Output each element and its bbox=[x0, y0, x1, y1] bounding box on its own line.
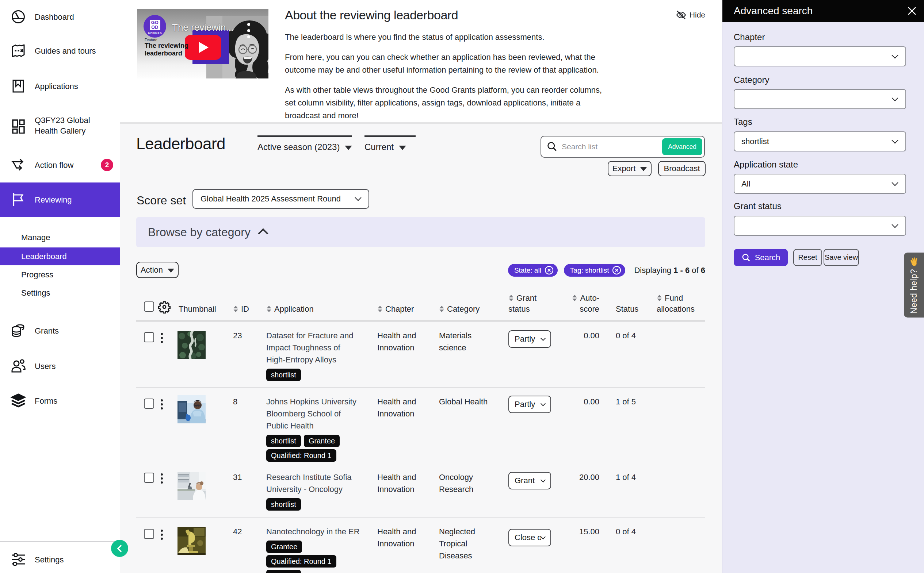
video-kebab-icon[interactable] bbox=[247, 23, 250, 38]
remove-filter-icon[interactable] bbox=[612, 265, 621, 275]
search-button[interactable]: Search bbox=[734, 249, 788, 266]
grant-status-select[interactable]: Partly bbox=[508, 396, 551, 413]
grant-status-select[interactable]: Partly bbox=[508, 330, 551, 348]
sidebar-item-users[interactable]: Users bbox=[0, 354, 120, 378]
search-icon bbox=[546, 141, 558, 153]
row-checkbox[interactable] bbox=[144, 473, 154, 483]
application-state-select[interactable]: All bbox=[734, 174, 906, 194]
hide-link[interactable]: Hide bbox=[676, 10, 705, 20]
browse-by-category-bar[interactable]: Browse by category bbox=[136, 217, 705, 247]
table-row: 31 Research Institute Sofia University -… bbox=[136, 463, 705, 518]
row-menu-kebab-icon[interactable] bbox=[161, 529, 163, 540]
advanced-search-button[interactable]: Advanced bbox=[662, 138, 702, 155]
sidebar-item-applications[interactable]: Applications bbox=[0, 74, 120, 98]
need-help-tab[interactable]: Need help? bbox=[904, 252, 924, 318]
sidebar-collapse-button[interactable] bbox=[111, 540, 128, 557]
chevron-down-icon bbox=[541, 534, 546, 539]
column-header-thumbnail[interactable]: Thumbnail bbox=[179, 304, 216, 315]
category-select[interactable] bbox=[734, 89, 906, 109]
sort-icon bbox=[508, 294, 514, 301]
column-header-grant-status[interactable]: Grant status bbox=[508, 293, 554, 315]
column-header-chapter[interactable]: Chapter bbox=[377, 304, 414, 315]
youtube-play-button[interactable] bbox=[185, 35, 221, 60]
column-settings-gear-icon[interactable] bbox=[158, 301, 171, 315]
row-thumbnail[interactable] bbox=[177, 527, 206, 555]
application-link[interactable]: Research Institute Sofia University - On… bbox=[266, 471, 361, 495]
select-all-checkbox[interactable] bbox=[144, 301, 154, 312]
sidebar-item-dashboard[interactable]: Dashboard bbox=[0, 5, 120, 28]
tag-list: Grantee Qualified: Round 1 shortlist bbox=[266, 540, 361, 573]
caret-down-icon bbox=[345, 146, 352, 150]
export-button[interactable]: Export bbox=[608, 161, 651, 176]
sidebar-item-guides[interactable]: Guides and tours bbox=[0, 39, 120, 63]
tag[interactable]: Qualified: Round 1 bbox=[266, 449, 336, 462]
broadcast-button[interactable]: Broadcast bbox=[658, 161, 706, 176]
chapter-select[interactable] bbox=[734, 46, 906, 66]
remove-filter-icon[interactable] bbox=[544, 265, 554, 275]
sidebar-subitem-manage[interactable]: Manage bbox=[0, 229, 120, 246]
sidebar-subitem-progress[interactable]: Progress bbox=[0, 266, 120, 283]
chevron-down-icon bbox=[891, 221, 898, 228]
tag[interactable]: shortlist bbox=[266, 498, 301, 510]
sort-icon bbox=[377, 305, 383, 312]
sidebar-item-settings-bottom[interactable]: Settings bbox=[0, 548, 120, 571]
sidebar-subitem-settings[interactable]: Settings bbox=[0, 285, 120, 301]
sidebar-item-forms[interactable]: Forms bbox=[0, 389, 120, 412]
row-thumbnail[interactable] bbox=[177, 472, 206, 500]
cell-auto-score: 20.00 bbox=[559, 471, 599, 483]
sidebar-item-reviewing[interactable]: Reviewing bbox=[0, 183, 120, 217]
sidebar-item-gallery[interactable]: Q3FY23 Global Health Gallery bbox=[0, 110, 120, 142]
sidebar: Dashboard Guides and tours Applicati bbox=[0, 0, 120, 573]
column-header-status[interactable]: Status bbox=[616, 304, 638, 315]
row-menu-kebab-icon[interactable] bbox=[161, 473, 163, 484]
grant-status-filter-select[interactable] bbox=[734, 216, 906, 236]
row-menu-kebab-icon[interactable] bbox=[161, 333, 163, 343]
search-input[interactable] bbox=[558, 142, 662, 151]
tag[interactable]: Grantee bbox=[304, 435, 340, 447]
row-menu-kebab-icon[interactable] bbox=[161, 399, 163, 410]
cell-id: 23 bbox=[233, 330, 242, 341]
tags-select[interactable]: shortlist bbox=[734, 132, 906, 152]
cell-chapter: Health and Innovation bbox=[377, 471, 439, 495]
sidebar-item-action-flow[interactable]: Action flow 2 bbox=[0, 153, 120, 177]
grant-status-select[interactable]: Grant bbox=[508, 472, 551, 489]
column-header-id[interactable]: ID bbox=[233, 304, 249, 315]
row-thumbnail[interactable] bbox=[177, 395, 206, 423]
tag[interactable]: Qualified: Round 1 bbox=[266, 555, 336, 568]
row-thumbnail[interactable] bbox=[177, 331, 206, 359]
row-checkbox[interactable] bbox=[144, 332, 154, 342]
row-checkbox[interactable] bbox=[144, 529, 154, 539]
cell-category: Neglected Tropical Diseases bbox=[439, 526, 492, 562]
column-header-auto-score[interactable]: Auto-score bbox=[559, 293, 599, 315]
video-caption: The reviewingleaderboard bbox=[144, 42, 188, 57]
grant-status-select[interactable]: Close out bbox=[508, 529, 551, 546]
sidebar-item-grants[interactable]: Grants bbox=[0, 319, 120, 342]
sidebar-subitem-leaderboard[interactable]: Leaderboard bbox=[0, 247, 120, 265]
season-tab[interactable]: Active season (2023) bbox=[257, 135, 352, 152]
tag[interactable]: shortlist bbox=[266, 369, 301, 381]
round-tab[interactable]: Current bbox=[364, 135, 416, 152]
reset-button[interactable]: Reset bbox=[793, 249, 822, 266]
sidebar-item-label: Forms bbox=[35, 396, 57, 406]
save-view-button[interactable]: Save view bbox=[824, 249, 859, 266]
filter-chip-tag[interactable]: Tag: shortlist bbox=[564, 264, 626, 277]
action-flow-badge: 2 bbox=[101, 159, 113, 171]
cell-category: Materials science bbox=[439, 330, 492, 354]
tag[interactable]: Grantee bbox=[266, 540, 302, 553]
application-link[interactable]: Johns Hopkins University Bloomberg Schoo… bbox=[266, 396, 361, 432]
application-link[interactable]: Nanotechnology in the ER bbox=[266, 526, 361, 538]
column-header-application[interactable]: Application bbox=[266, 304, 314, 315]
action-button[interactable]: Action bbox=[136, 262, 179, 278]
column-header-fund-allocations[interactable]: Fund allocations bbox=[657, 293, 705, 315]
application-link[interactable]: Dataset for Fracture and Impact Toughnes… bbox=[266, 330, 361, 366]
filter-chip-state[interactable]: State: all bbox=[508, 264, 558, 277]
tag[interactable]: shortlist bbox=[266, 570, 301, 573]
tag[interactable]: shortlist bbox=[266, 435, 301, 447]
score-set-select[interactable]: Global Health 2025 Assessment Round bbox=[193, 189, 369, 209]
row-checkbox[interactable] bbox=[144, 399, 154, 409]
field-label-tags: Tags bbox=[734, 117, 752, 127]
table-row: 42 Nanotechnology in the ER Grantee Qual… bbox=[136, 518, 705, 573]
column-header-category[interactable]: Category bbox=[439, 304, 480, 315]
video-thumbnail[interactable]: The reviewin... GOOD GRANTS Feature The … bbox=[137, 9, 268, 78]
close-panel-button[interactable] bbox=[905, 5, 919, 17]
